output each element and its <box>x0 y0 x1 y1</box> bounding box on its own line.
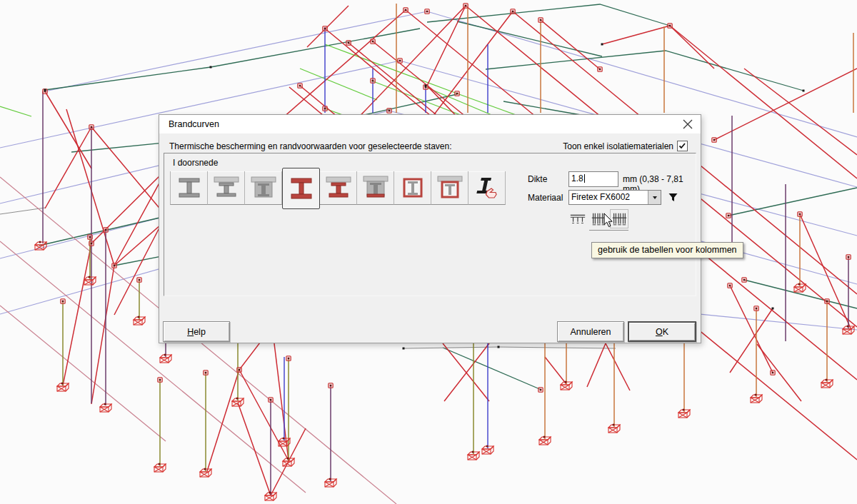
mouse-cursor-icon <box>603 213 614 228</box>
i-beam-box-fire-slab-icon <box>436 175 464 201</box>
section-button-slab[interactable] <box>208 171 245 205</box>
selection-description-label: Thermische bescherming en randvoorwaarde… <box>169 141 452 151</box>
table-mode-buttons <box>568 209 631 228</box>
application-viewport: Brandcurven Thermische bescherming en ra… <box>0 0 857 504</box>
insulation-only-checkbox[interactable] <box>677 141 688 151</box>
section-button-box-fire[interactable] <box>394 171 431 205</box>
close-icon[interactable] <box>682 119 693 130</box>
i-beam-custom-icon <box>473 175 501 201</box>
cancel-button[interactable]: Annuleren <box>557 321 624 342</box>
tooltip: gebruik de tabellen voor kolommen <box>591 242 743 258</box>
dialog-title: Brandcurven <box>169 119 219 129</box>
i-beam-encased-fire-slab-icon <box>361 175 390 201</box>
ok-button[interactable]: OK <box>628 321 696 342</box>
materiaal-dropdown[interactable]: Firetex FX6002 <box>568 190 661 205</box>
dialog-titlebar[interactable]: Brandcurven <box>159 115 701 133</box>
insulation-only-label: Toon enkel isolatiematerialen <box>563 141 673 151</box>
section-button-custom[interactable] <box>468 171 506 205</box>
section-button-contour-fire[interactable] <box>282 168 320 209</box>
section-button-contour-fire-slab[interactable] <box>320 171 357 205</box>
i-beam-contour-fire-icon <box>287 176 316 201</box>
i-beam-box-fire-icon <box>399 175 427 201</box>
materiaal-label: Materiaal <box>528 193 563 203</box>
i-beam-encased-slab-icon <box>249 175 278 201</box>
i-beam-contour-fire-slab-icon <box>324 175 353 201</box>
section-button-plain[interactable] <box>170 171 208 205</box>
section-button-box-fire-slab[interactable] <box>431 171 468 205</box>
section-button-encased[interactable] <box>245 171 282 205</box>
materiaal-value: Firetex FX6002 <box>569 191 648 204</box>
section-panel: I doorsnede <box>164 153 696 296</box>
dikte-value: 1.8 <box>571 173 583 183</box>
section-button-encased-fire-slab[interactable] <box>357 171 394 205</box>
text-caret <box>584 174 585 183</box>
table-buttons-underline <box>589 230 628 231</box>
check-icon <box>678 141 687 151</box>
dikte-label: Dikte <box>528 174 547 184</box>
beams-table-button[interactable] <box>568 209 587 228</box>
protection-type-toolbar <box>170 171 506 209</box>
i-beam-slab-icon <box>212 175 241 201</box>
beams-table-icon <box>569 211 586 228</box>
dikte-input[interactable]: 1.8 <box>568 171 618 187</box>
help-button[interactable]: Help <box>163 321 230 342</box>
i-beam-plain-icon <box>175 175 204 201</box>
filter-icon[interactable] <box>668 192 678 203</box>
brandcurven-dialog: Brandcurven Thermische bescherming en ra… <box>159 114 701 343</box>
chevron-down-icon <box>653 196 657 201</box>
dropdown-button[interactable] <box>648 191 661 204</box>
group-title: I doorsnede <box>173 158 218 168</box>
